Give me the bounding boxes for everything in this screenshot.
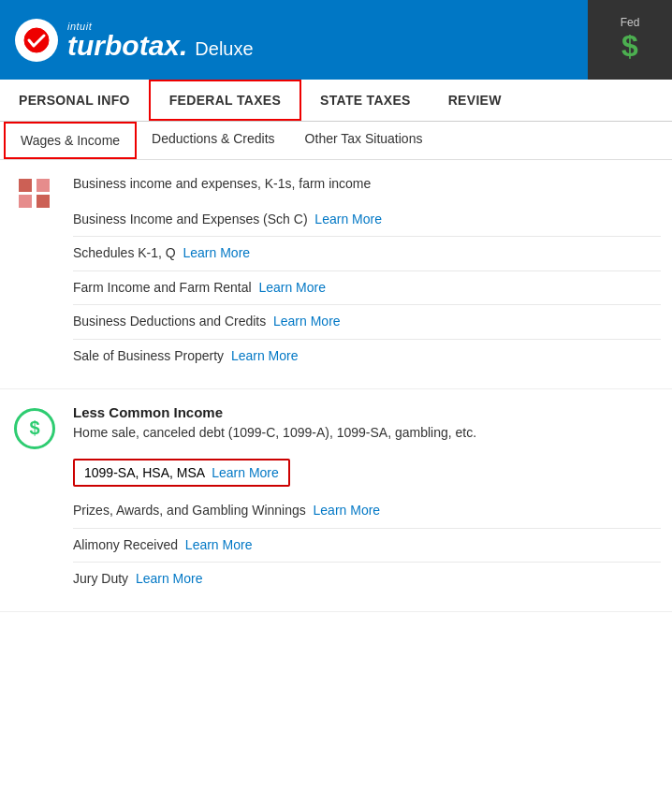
- learn-more-prizes[interactable]: Learn More: [314, 503, 381, 518]
- learn-more-jury-duty[interactable]: Learn More: [136, 571, 203, 586]
- learn-more-sale-biz[interactable]: Learn More: [231, 348, 299, 363]
- list-item: Schedules K-1, Q Learn More: [73, 237, 661, 271]
- learn-more-farm-income[interactable]: Learn More: [258, 280, 326, 295]
- item-text: Farm Income and Farm Rental: [73, 280, 252, 295]
- federal-dollar-sign: $: [621, 29, 638, 64]
- less-common-income-title: Less Common Income: [73, 404, 661, 420]
- app-header: intuit turbotax. Deluxe Fed $: [0, 0, 672, 80]
- business-icon-grid: [19, 179, 51, 208]
- turbotax-label: turbotax.: [67, 32, 187, 60]
- business-income-items: Business Income and Expenses (Sch C) Lea…: [73, 203, 661, 373]
- list-item: Sale of Business Property Learn More: [73, 340, 661, 373]
- learn-more-hsa[interactable]: Learn More: [212, 465, 279, 480]
- business-income-content: Business income and expenses, K-1s, farm…: [73, 175, 661, 373]
- less-common-income-items: 1099-SA, HSA, MSA Learn More Prizes, Awa…: [73, 451, 661, 596]
- learn-more-sch-k1[interactable]: Learn More: [183, 245, 251, 260]
- list-item: Business Deductions and Credits Learn Mo…: [73, 305, 661, 340]
- icon-sq-1: [19, 179, 32, 192]
- learn-more-alimony[interactable]: Learn More: [185, 537, 253, 552]
- logo-text: intuit turbotax. Deluxe: [67, 21, 254, 60]
- highlighted-item-box: 1099-SA, HSA, MSA Learn More: [73, 459, 290, 487]
- tab-personal-info[interactable]: PERSONAL INFO: [0, 80, 149, 121]
- federal-button-label: Fed: [621, 16, 640, 29]
- learn-more-biz-sch-c[interactable]: Learn More: [314, 212, 382, 227]
- main-content: Business income and expenses, K-1s, farm…: [0, 160, 672, 612]
- deluxe-label: Deluxe: [195, 38, 253, 60]
- item-text: Schedules K-1, Q: [73, 245, 176, 260]
- nav-tabs: PERSONAL INFO FEDERAL TAXES STATE TAXES …: [0, 80, 672, 122]
- sub-tab-deductions-credits[interactable]: Deductions & Credits: [137, 122, 290, 159]
- item-text: Alimony Received: [73, 537, 178, 552]
- item-text: Sale of Business Property: [73, 348, 224, 363]
- list-item: Business Income and Expenses (Sch C) Lea…: [73, 203, 661, 238]
- tab-federal-taxes[interactable]: FEDERAL TAXES: [149, 80, 301, 121]
- tab-review[interactable]: REVIEW: [430, 80, 520, 121]
- tab-state-taxes[interactable]: STATE TAXES: [301, 80, 430, 121]
- business-income-section: Business income and expenses, K-1s, farm…: [0, 160, 672, 389]
- dollar-circle-icon: $: [14, 408, 55, 449]
- list-item: Jury Duty Learn More: [73, 563, 661, 596]
- federal-refund-button[interactable]: Fed $: [588, 0, 672, 80]
- list-item: Farm Income and Farm Rental Learn More: [73, 271, 661, 306]
- sub-nav: Wages & Income Deductions & Credits Othe…: [0, 122, 672, 160]
- icon-sq-2: [37, 179, 50, 192]
- learn-more-biz-deductions[interactable]: Learn More: [273, 314, 341, 329]
- item-text: Prizes, Awards, and Gambling Winnings: [73, 503, 306, 518]
- less-common-income-content: Less Common Income Home sale, canceled d…: [73, 404, 661, 596]
- icon-sq-4: [37, 195, 50, 208]
- sub-tab-wages-income[interactable]: Wages & Income: [4, 122, 137, 159]
- item-text: Jury Duty: [73, 571, 128, 586]
- list-item: Prizes, Awards, and Gambling Winnings Le…: [73, 494, 661, 529]
- list-item-hsa: 1099-SA, HSA, MSA Learn More: [73, 451, 661, 494]
- item-text-hsa: 1099-SA, HSA, MSA: [84, 465, 204, 480]
- less-common-income-section: $ Less Common Income Home sale, canceled…: [0, 389, 672, 612]
- list-item: Alimony Received Learn More: [73, 529, 661, 563]
- business-income-icon: [11, 175, 58, 208]
- business-income-description: Business income and expenses, K-1s, farm…: [73, 175, 661, 194]
- item-text: Business Income and Expenses (Sch C): [73, 212, 308, 227]
- less-common-income-icon: $: [11, 404, 58, 449]
- less-common-income-description: Home sale, canceled debt (1099-C, 1099-A…: [73, 424, 661, 443]
- item-text: Business Deductions and Credits: [73, 314, 266, 329]
- logo-checkmark: [15, 19, 58, 62]
- icon-sq-3: [19, 195, 32, 208]
- sub-tab-other-tax-situations[interactable]: Other Tax Situations: [290, 122, 438, 159]
- logo: intuit turbotax. Deluxe: [15, 19, 254, 62]
